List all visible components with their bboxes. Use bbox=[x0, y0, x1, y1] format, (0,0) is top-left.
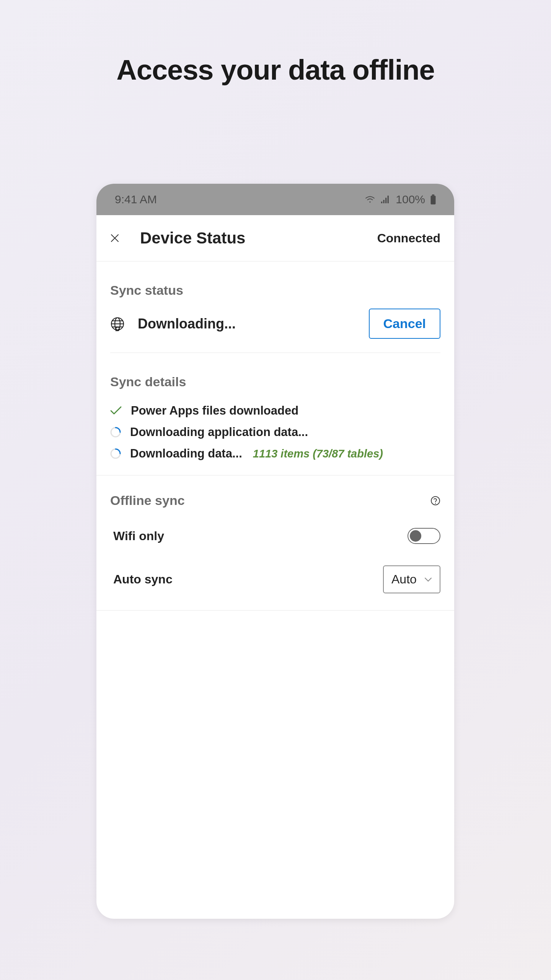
close-icon bbox=[110, 234, 119, 243]
sync-details-section: Sync details Power Apps files downloaded… bbox=[96, 353, 454, 475]
offline-sync-section: Offline sync Wifi only Auto sync Auto bbox=[96, 475, 454, 611]
wifi-only-label: Wifi only bbox=[110, 529, 164, 543]
status-right: 100% bbox=[365, 193, 436, 206]
svg-rect-3 bbox=[388, 196, 389, 203]
svg-point-11 bbox=[435, 503, 436, 503]
toggle-knob bbox=[410, 530, 421, 542]
status-battery-text: 100% bbox=[396, 193, 425, 206]
sync-detail-row-complete: Power Apps files downloaded bbox=[110, 400, 440, 421]
signal-icon bbox=[380, 196, 390, 203]
sync-detail-text: Downloading application data... bbox=[130, 425, 308, 439]
svg-rect-0 bbox=[381, 202, 382, 203]
sync-detail-text: Downloading data... bbox=[130, 447, 242, 461]
svg-rect-5 bbox=[431, 196, 436, 204]
check-icon bbox=[110, 406, 122, 415]
chevron-down-icon bbox=[424, 577, 432, 582]
page-title: Access your data offline bbox=[0, 0, 551, 86]
sync-detail-row-progress: Downloading data... 1113 items (73/87 ta… bbox=[110, 443, 440, 464]
auto-sync-label: Auto sync bbox=[110, 572, 173, 586]
help-icon[interactable] bbox=[430, 496, 440, 506]
screen-header: Device Status Connected bbox=[96, 215, 454, 261]
sync-status-row: Downloading... Cancel bbox=[110, 309, 440, 353]
status-time: 9:41 AM bbox=[115, 193, 157, 206]
sync-status-section: Sync status Downloading... Cancel bbox=[96, 261, 454, 353]
battery-icon bbox=[430, 194, 436, 204]
sync-status-header: Sync status bbox=[110, 261, 440, 309]
sync-details-header: Sync details bbox=[110, 353, 440, 400]
wifi-only-row: Wifi only bbox=[110, 517, 440, 555]
wifi-icon bbox=[365, 196, 375, 203]
phone-mockup: 9:41 AM 100% Devi bbox=[96, 184, 454, 919]
cancel-button[interactable]: Cancel bbox=[369, 309, 441, 339]
sync-detail-meta: 1113 items (73/87 tables) bbox=[253, 448, 383, 460]
header-title: Device Status bbox=[140, 229, 377, 247]
close-button[interactable] bbox=[106, 230, 123, 247]
wifi-only-toggle[interactable] bbox=[408, 528, 440, 544]
header-connection-status: Connected bbox=[377, 231, 440, 245]
auto-sync-dropdown[interactable]: Auto bbox=[383, 565, 440, 593]
auto-sync-value: Auto bbox=[391, 572, 417, 586]
spinner-icon bbox=[110, 448, 121, 459]
svg-rect-1 bbox=[383, 200, 385, 203]
auto-sync-row: Auto sync Auto bbox=[110, 555, 440, 604]
sync-detail-text: Power Apps files downloaded bbox=[131, 404, 298, 418]
sync-status-text: Downloading... bbox=[138, 316, 369, 332]
status-bar: 9:41 AM 100% bbox=[96, 184, 454, 215]
spinner-icon bbox=[110, 427, 121, 438]
svg-rect-2 bbox=[385, 198, 386, 203]
globe-sync-icon bbox=[110, 317, 125, 331]
offline-sync-header: Offline sync bbox=[110, 493, 185, 508]
sync-detail-row-progress: Downloading application data... bbox=[110, 421, 440, 443]
offline-sync-header-row: Offline sync bbox=[110, 475, 440, 517]
svg-rect-4 bbox=[432, 194, 435, 196]
